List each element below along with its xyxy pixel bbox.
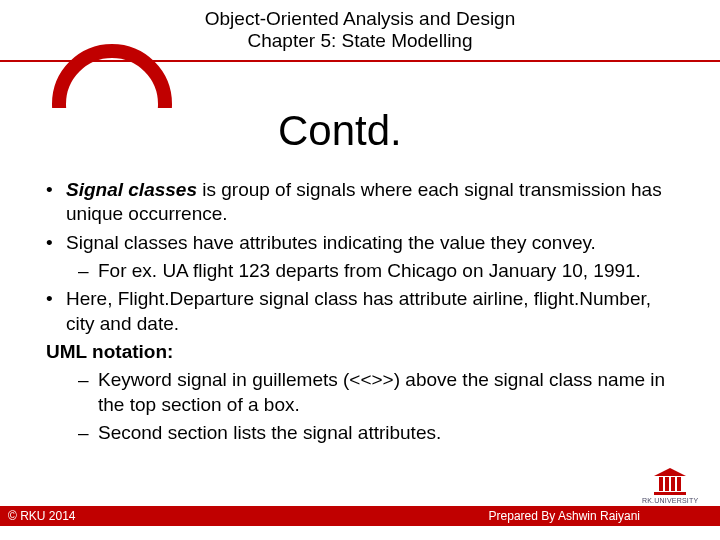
bullet-text: Signal classes have attributes indicatin… [66, 232, 596, 253]
slide-title: Contd. [0, 110, 720, 152]
footer-bar: © RKU 2014 Prepared By Ashwin Raiyani [0, 506, 720, 526]
footer-author: Prepared By Ashwin Raiyani [489, 509, 712, 523]
sub-bullet-item: Keyword signal in guillemets (<<>>) abov… [40, 368, 680, 417]
bullet-text: Second section lists the signal attribut… [98, 422, 441, 443]
logo-pillars-icon [642, 477, 698, 491]
bullet-lead: Signal classes [66, 179, 197, 200]
bullet-text: UML notation: [46, 341, 173, 362]
bullet-text: Here, Flight.Departure signal class has … [66, 288, 651, 333]
bullet-item: Signal classes is group of signals where… [40, 178, 680, 227]
bullet-item: Here, Flight.Departure signal class has … [40, 287, 680, 336]
sub-bullet-item: Second section lists the signal attribut… [40, 421, 680, 445]
logo-roof-icon [654, 468, 686, 476]
logo-text: RK.UNIVERSITY [642, 497, 698, 504]
university-logo: RK.UNIVERSITY [642, 468, 698, 504]
bullet-text: For ex. UA flight 123 departs from Chica… [98, 260, 641, 281]
bullet-item: Signal classes have attributes indicatin… [40, 231, 680, 255]
sub-bullet-item: For ex. UA flight 123 departs from Chica… [40, 259, 680, 283]
plain-line: UML notation: [40, 340, 680, 364]
logo-arc [52, 44, 172, 108]
footer-copyright: © RKU 2014 [8, 509, 76, 523]
slide-body: Signal classes is group of signals where… [0, 152, 720, 445]
logo-base-icon [654, 492, 686, 495]
bullet-text: Keyword signal in guillemets (<<>>) abov… [98, 369, 665, 414]
course-title: Object-Oriented Analysis and Design [0, 8, 720, 30]
